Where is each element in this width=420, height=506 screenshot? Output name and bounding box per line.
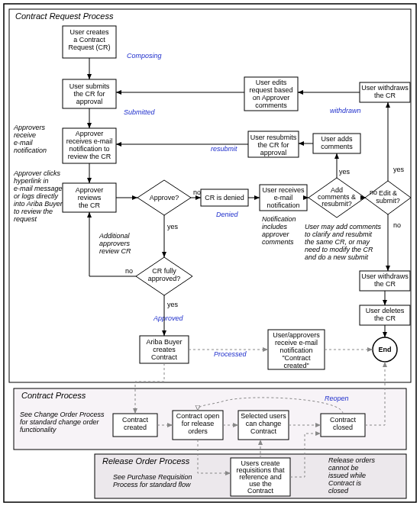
label-no: no [125,267,133,275]
node-contract-created: Contractcreated [113,414,157,437]
node-user-withdraws-top: User withdrawsthe CR [360,82,410,102]
svg-text:Edit &submit?: Edit &submit? [376,189,400,205]
node-users-create-reqs: Users createrequisitions thatreference a… [231,458,290,496]
label-approved: Approved [153,314,184,322]
svg-text:Approve?: Approve? [150,194,179,201]
node-user-adds-comments: User addscomments [313,134,360,153]
label-no: no [193,189,201,196]
label-yes: yes [167,223,179,230]
label-resubmit: resubmit [211,145,237,153]
label-processed: Processed [214,350,247,358]
node-user-edits-request: User editsrequest basedon Approvercommen… [244,77,298,111]
node-cr-denied: CR is denied [201,189,248,206]
svg-text:CR fullyapproved?: CR fullyapproved? [148,267,181,282]
decision-add-comments: Addcomments &resubmit? [309,178,365,218]
label-composing: Composing [127,52,162,60]
node-user-creates-cr: User createsa ContractRequest (CR) [63,26,116,58]
node-user-receives-email: User receivese-mailnotification [260,185,307,211]
svg-text:End: End [379,346,392,353]
decision-edit-submit: Edit &submit? [365,181,411,214]
label-denied: Denied [216,211,239,218]
node-contract-closed: Contractclosed [321,414,365,437]
caption-additional-appr: Additionalapproversreview CR [99,232,131,255]
label-submitted: Submitted [124,108,156,116]
node-ariba-creates-contract: Ariba BuyercreatesContract [140,336,189,363]
caption-user-may-add: User may add commentsto clarify and resu… [305,223,382,261]
label-yes: yes [167,301,179,308]
decision-approve: Approve? [137,180,191,215]
label-no: no [393,221,401,229]
node-user-withdraws-mid: User withdrawsthe CR [360,271,410,291]
node-end: End [373,337,397,362]
caption-approver-click: Approver clickshyperlink ine-mail messag… [13,169,63,223]
label-withdrawn: withdrawn [330,107,361,114]
node-contract-created-email: User/approversreceive e-mailnotification… [268,330,325,369]
svg-text:User addscomments: User addscomments [321,135,353,150]
caption-approvers-email: Approversreceivee-mailnotification [13,124,47,154]
svg-text:Contractcreated: Contractcreated [122,416,149,431]
svg-text:User createsa ContractRequest : User createsa ContractRequest (CR) [68,28,110,51]
svg-text:Contractclosed: Contractclosed [330,416,357,431]
label-yes: yes [393,166,405,173]
node-contract-open: Contract openfor releaseorders [173,411,223,440]
node-approver-notified: Approverreceives e-mailnotification tore… [63,128,116,163]
caption-notification-inc: Notificationincludesapprovercomments [262,215,296,246]
decision-fully-approved: CR fullyapproved? [136,257,192,295]
section-title-rop: Release Order Process [102,456,190,466]
node-selected-users: Selected userscan changeContract [238,411,289,440]
label-yes: yes [339,168,351,176]
label-no: no [370,189,377,196]
node-user-submits-cr: User submitsthe CR forapproval [63,79,116,108]
svg-text:Approverreviewsthe CR: Approverreviewsthe CR [76,186,104,209]
label-reopen: Reopen [325,395,349,402]
svg-text:CR is denied: CR is denied [205,194,244,201]
caption-see-pr-process: See Purchase RequisitionProcess for stan… [113,473,192,488]
svg-text:User editsrequest basedon Appr: User editsrequest basedon Approvercommen… [249,79,292,109]
flowchart-canvas: Contract Request Process Contract Proces… [0,0,420,506]
section-title-cp: Contract Process [21,391,86,400]
section-title-crp: Contract Request Process [15,11,114,21]
node-user-resubmits: User resubmitsthe CR forapproval [248,131,299,157]
node-user-deletes: User deletesthe CR [360,305,410,325]
node-approver-reviews: Approverreviewsthe CR [63,183,116,212]
